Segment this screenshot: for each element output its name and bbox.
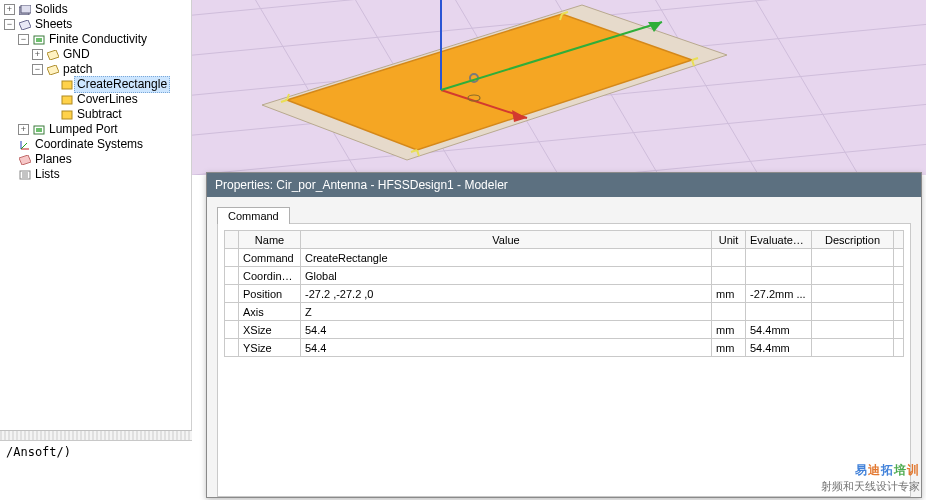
tree-item-create-rectangle[interactable]: CreateRectangle bbox=[4, 77, 191, 92]
col-eval[interactable]: Evaluated... bbox=[746, 231, 812, 249]
panel-divider[interactable] bbox=[0, 431, 192, 441]
properties-table-frame: Name Value Unit Evaluated... Description… bbox=[217, 223, 911, 497]
cell-name: Command bbox=[239, 249, 301, 267]
tree-item-cover-lines[interactable]: CoverLines bbox=[4, 92, 191, 107]
col-unit[interactable]: Unit bbox=[712, 231, 746, 249]
svg-marker-15 bbox=[19, 155, 31, 165]
expand-icon[interactable]: + bbox=[4, 4, 15, 15]
cell-value[interactable]: Z bbox=[301, 303, 712, 321]
col-select[interactable] bbox=[225, 231, 239, 249]
table-row[interactable]: Coordina... Global bbox=[225, 267, 904, 285]
tree-label: Coordinate Systems bbox=[35, 137, 143, 152]
collapse-icon[interactable]: − bbox=[32, 64, 43, 75]
cell-unit: mm bbox=[712, 285, 746, 303]
tree-item-gnd[interactable]: + GND bbox=[4, 47, 191, 62]
boundary-icon bbox=[32, 34, 46, 46]
tree-label: patch bbox=[63, 62, 92, 77]
tree-label: Solids bbox=[35, 2, 68, 17]
tree-item-solids[interactable]: + Solids bbox=[4, 2, 191, 17]
cell-value[interactable]: Global bbox=[301, 267, 712, 285]
cell-unit bbox=[712, 303, 746, 321]
sheet-object-icon bbox=[46, 49, 60, 61]
properties-table[interactable]: Name Value Unit Evaluated... Description… bbox=[224, 230, 904, 357]
tree-label: Finite Conductivity bbox=[49, 32, 147, 47]
collapse-icon[interactable]: − bbox=[18, 34, 29, 45]
cell-name: Axis bbox=[239, 303, 301, 321]
tree-label: Lists bbox=[35, 167, 60, 182]
expand-icon[interactable]: + bbox=[32, 49, 43, 60]
properties-tabstrip: Command bbox=[217, 203, 911, 223]
script-path-bar: /Ansoft/) bbox=[0, 430, 192, 466]
cell-unit: mm bbox=[712, 321, 746, 339]
tree-item-subtract[interactable]: Subtract bbox=[4, 107, 191, 122]
command-icon bbox=[60, 109, 74, 121]
sheet-object-icon bbox=[46, 64, 60, 76]
tree-item-coord-systems[interactable]: Coordinate Systems bbox=[4, 137, 191, 152]
cell-name: XSize bbox=[239, 321, 301, 339]
cell-value[interactable]: 54.4 bbox=[301, 321, 712, 339]
tree-item-patch[interactable]: − patch bbox=[4, 62, 191, 77]
cell-name: Position bbox=[239, 285, 301, 303]
svg-rect-8 bbox=[62, 96, 72, 104]
cell-value[interactable]: CreateRectangle bbox=[301, 249, 712, 267]
tree-item-sheets[interactable]: − Sheets bbox=[4, 17, 191, 32]
table-row[interactable]: Position -27.2 ,-27.2 ,0 mm -27.2mm ... bbox=[225, 285, 904, 303]
tab-command[interactable]: Command bbox=[217, 207, 290, 224]
tree-item-lumped-port[interactable]: + Lumped Port bbox=[4, 122, 191, 137]
expand-icon[interactable]: + bbox=[18, 124, 29, 135]
script-path-text: /Ansoft/) bbox=[0, 441, 192, 463]
boundary-icon bbox=[32, 124, 46, 136]
properties-title-text: Properties: Cir_por_Antenna - HFSSDesign… bbox=[215, 178, 508, 192]
cell-desc bbox=[812, 321, 894, 339]
tree-label: Sheets bbox=[35, 17, 72, 32]
model-tree[interactable]: + Solids − Sheets − Finite Conductivity … bbox=[0, 0, 191, 182]
3d-viewport[interactable]: Z bbox=[192, 0, 926, 175]
collapse-icon[interactable]: − bbox=[4, 19, 15, 30]
lists-icon bbox=[18, 169, 32, 181]
tree-item-finite-conductivity[interactable]: − Finite Conductivity bbox=[4, 32, 191, 47]
svg-rect-7 bbox=[62, 81, 72, 89]
cell-value[interactable]: 54.4 bbox=[301, 339, 712, 357]
tree-item-lists[interactable]: Lists bbox=[4, 167, 191, 182]
col-value[interactable]: Value bbox=[301, 231, 712, 249]
cell-eval: 54.4mm bbox=[746, 339, 812, 357]
svg-marker-5 bbox=[47, 50, 59, 60]
tree-item-planes[interactable]: Planes bbox=[4, 152, 191, 167]
table-row[interactable]: Axis Z bbox=[225, 303, 904, 321]
tree-label: Subtract bbox=[77, 107, 122, 122]
svg-line-14 bbox=[21, 143, 27, 149]
properties-window: Properties: Cir_por_Antenna - HFSSDesign… bbox=[206, 172, 922, 498]
col-desc[interactable]: Description bbox=[812, 231, 894, 249]
table-header-row: Name Value Unit Evaluated... Description bbox=[225, 231, 904, 249]
svg-rect-11 bbox=[36, 128, 42, 132]
cell-unit bbox=[712, 267, 746, 285]
command-icon bbox=[60, 79, 74, 91]
cell-unit bbox=[712, 249, 746, 267]
table-row[interactable]: YSize 54.4 mm 54.4mm bbox=[225, 339, 904, 357]
col-name[interactable]: Name bbox=[239, 231, 301, 249]
svg-marker-6 bbox=[47, 65, 59, 75]
sheets-icon bbox=[18, 19, 32, 31]
tree-label: CreateRectangle bbox=[74, 76, 170, 93]
table-row[interactable]: Command CreateRectangle bbox=[225, 249, 904, 267]
svg-marker-2 bbox=[19, 20, 31, 30]
cell-desc bbox=[812, 339, 894, 357]
cell-desc bbox=[812, 267, 894, 285]
svg-rect-9 bbox=[62, 111, 72, 119]
tree-label: Lumped Port bbox=[49, 122, 118, 137]
svg-rect-4 bbox=[36, 38, 42, 42]
cell-value[interactable]: -27.2 ,-27.2 ,0 bbox=[301, 285, 712, 303]
cell-eval: 54.4mm bbox=[746, 321, 812, 339]
cell-desc bbox=[812, 303, 894, 321]
cell-eval bbox=[746, 249, 812, 267]
solids-icon bbox=[18, 4, 32, 16]
cell-eval bbox=[746, 267, 812, 285]
table-row[interactable]: XSize 54.4 mm 54.4mm bbox=[225, 321, 904, 339]
cell-name: YSize bbox=[239, 339, 301, 357]
properties-titlebar[interactable]: Properties: Cir_por_Antenna - HFSSDesign… bbox=[207, 173, 921, 197]
col-tail bbox=[894, 231, 904, 249]
cell-unit: mm bbox=[712, 339, 746, 357]
svg-rect-1 bbox=[21, 5, 31, 13]
planes-icon bbox=[18, 154, 32, 166]
axis-icon bbox=[18, 139, 32, 151]
